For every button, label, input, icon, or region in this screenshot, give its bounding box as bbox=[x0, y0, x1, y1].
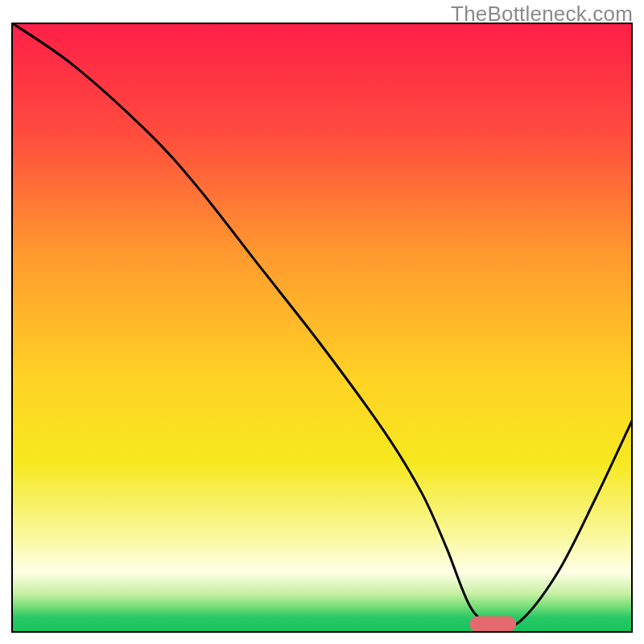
chart-background bbox=[11, 23, 633, 633]
chart-stage: TheBottleneck.com bbox=[0, 0, 644, 644]
chart-svg bbox=[11, 23, 633, 633]
chart-plot bbox=[11, 23, 633, 633]
optimal-range-marker bbox=[469, 617, 516, 633]
